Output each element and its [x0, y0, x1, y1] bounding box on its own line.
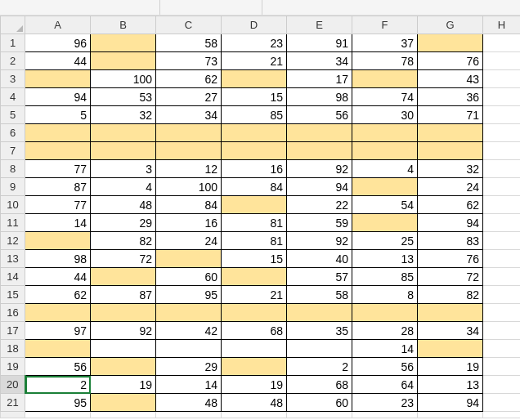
cell[interactable]: 25 [352, 232, 418, 250]
cell[interactable] [483, 250, 521, 268]
row-header[interactable]: 2 [1, 52, 25, 70]
cell[interactable]: 13 [418, 376, 483, 394]
cell[interactable]: 84 [156, 196, 222, 214]
cell[interactable] [156, 412, 222, 418]
cell[interactable] [418, 304, 483, 322]
cell[interactable]: 16 [156, 214, 222, 232]
cell[interactable]: 48 [222, 394, 287, 412]
cell[interactable] [483, 358, 521, 376]
cell[interactable]: 4 [91, 178, 156, 196]
cell[interactable]: 56 [25, 358, 91, 376]
cell[interactable] [25, 412, 91, 418]
cell[interactable]: 68 [222, 322, 287, 340]
cell[interactable] [156, 124, 222, 142]
row-header[interactable]: 3 [1, 70, 25, 88]
cell[interactable] [418, 142, 483, 160]
cell[interactable] [91, 52, 156, 70]
cell[interactable]: 24 [156, 232, 222, 250]
cell[interactable]: 77 [25, 160, 91, 178]
cell[interactable]: 94 [287, 178, 352, 196]
cell[interactable] [222, 340, 287, 358]
cell[interactable]: 28 [352, 322, 418, 340]
cell[interactable] [483, 412, 521, 418]
cell[interactable] [156, 340, 222, 358]
cell[interactable]: 98 [25, 250, 91, 268]
cell[interactable]: 92 [91, 322, 156, 340]
cell[interactable] [91, 394, 156, 412]
cell[interactable] [483, 142, 521, 160]
col-header-E[interactable]: E [287, 16, 352, 34]
cell[interactable]: 87 [25, 178, 91, 196]
row-header[interactable]: 5 [1, 106, 25, 124]
row-header[interactable]: 14 [1, 268, 25, 286]
cell[interactable]: 72 [91, 250, 156, 268]
cell[interactable]: 81 [222, 232, 287, 250]
cell[interactable]: 94 [418, 214, 483, 232]
cell[interactable]: 37 [352, 34, 418, 52]
cell[interactable] [287, 124, 352, 142]
cell[interactable] [91, 142, 156, 160]
row-header[interactable]: 6 [1, 124, 25, 142]
cell[interactable]: 13 [352, 250, 418, 268]
cell[interactable]: 15 [222, 250, 287, 268]
cell[interactable] [287, 304, 352, 322]
cell[interactable]: 19 [91, 376, 156, 394]
cell[interactable] [91, 124, 156, 142]
cell[interactable] [156, 250, 222, 268]
row-header[interactable]: 7 [1, 142, 25, 160]
cell[interactable]: 19 [222, 376, 287, 394]
cell[interactable]: 94 [25, 88, 91, 106]
cell[interactable] [156, 304, 222, 322]
row-header[interactable]: 17 [1, 322, 25, 340]
cell[interactable]: 64 [352, 376, 418, 394]
row-header[interactable]: 16 [1, 304, 25, 322]
cell[interactable]: 72 [418, 268, 483, 286]
row-header[interactable]: 20 [1, 376, 25, 394]
cell[interactable]: 84 [222, 178, 287, 196]
cell[interactable]: 48 [156, 394, 222, 412]
cell[interactable] [418, 34, 483, 52]
cell[interactable]: 76 [418, 52, 483, 70]
cell[interactable]: 85 [222, 106, 287, 124]
row-header[interactable]: 12 [1, 232, 25, 250]
cell[interactable]: 60 [156, 268, 222, 286]
cell[interactable]: 94 [418, 394, 483, 412]
cell[interactable] [222, 70, 287, 88]
col-header-D[interactable]: D [222, 16, 287, 34]
cell[interactable] [418, 340, 483, 358]
cell[interactable]: 83 [418, 232, 483, 250]
cell[interactable] [483, 268, 521, 286]
cell[interactable]: 68 [287, 376, 352, 394]
cell[interactable] [91, 340, 156, 358]
cell[interactable]: 32 [418, 160, 483, 178]
row-header[interactable]: 15 [1, 286, 25, 304]
cell[interactable]: 96 [25, 34, 91, 52]
cell[interactable] [483, 160, 521, 178]
cell[interactable]: 23 [222, 34, 287, 52]
cell[interactable] [483, 394, 521, 412]
cell[interactable]: 19 [418, 358, 483, 376]
cell[interactable]: 82 [91, 232, 156, 250]
cell[interactable]: 73 [156, 52, 222, 70]
spreadsheet-grid[interactable]: A B C D E F G H 196582391372447321347876… [0, 16, 520, 418]
cell[interactable] [483, 304, 521, 322]
cell[interactable] [91, 34, 156, 52]
row-header[interactable]: 10 [1, 196, 25, 214]
cell[interactable] [352, 70, 418, 88]
cell[interactable]: 14 [352, 340, 418, 358]
cell[interactable] [483, 70, 521, 88]
cell[interactable]: 34 [287, 52, 352, 70]
cell[interactable] [483, 88, 521, 106]
cell[interactable]: 82 [418, 286, 483, 304]
cell[interactable]: 92 [287, 160, 352, 178]
cell[interactable]: 14 [156, 376, 222, 394]
cell[interactable]: 100 [91, 70, 156, 88]
cell[interactable]: 98 [287, 88, 352, 106]
cell[interactable]: 62 [25, 286, 91, 304]
cell[interactable] [25, 142, 91, 160]
cell[interactable] [483, 106, 521, 124]
cell[interactable] [25, 304, 91, 322]
cell[interactable] [483, 178, 521, 196]
cell[interactable]: 62 [418, 196, 483, 214]
cell[interactable] [483, 232, 521, 250]
